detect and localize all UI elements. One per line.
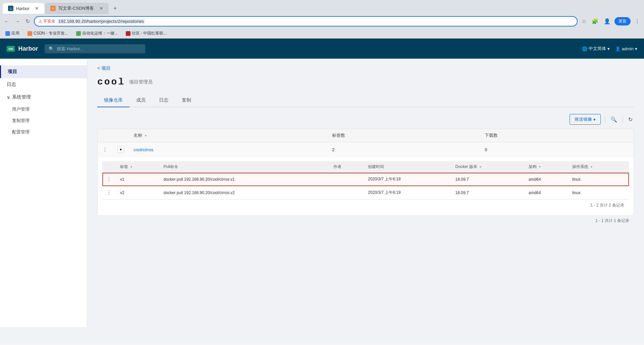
extensions-button[interactable]: 🧩	[590, 17, 600, 26]
bookmark-apps[interactable]: 应用	[3, 30, 22, 37]
huc-bookmark-icon	[126, 31, 130, 36]
bookmark-auto[interactable]: 自动化运维：一键...	[73, 30, 120, 37]
expanded-row: 标签 ▾ Pull命令 作者	[98, 157, 634, 215]
language-selector[interactable]: 🌐 中文简体 ▾	[582, 46, 610, 52]
browser-toolbar-right: ☆ 🧩 👤 更新 ⋮	[580, 17, 641, 26]
address-bar[interactable]: ⚠ 不安全 192.168.90.20/harbor/projects/2/re…	[34, 16, 578, 26]
project-role: 项目管理员	[129, 79, 153, 85]
tab-harbor-close[interactable]: ✕	[35, 6, 39, 11]
tag-v2-os: linux	[568, 186, 629, 199]
csdn-favicon: C	[50, 6, 56, 11]
vm-icon: vm	[7, 46, 15, 52]
row-dots-cell: ⋮	[98, 142, 113, 157]
toolbar-divider	[605, 116, 605, 123]
address-bar-row: ← → ↻ ⚠ 不安全 192.168.90.20/harbor/project…	[0, 14, 644, 28]
tag-v2-created: 2020/3/7 上午6:19	[364, 186, 451, 199]
repo-name[interactable]: cool/cirros	[133, 147, 153, 152]
push-image-button[interactable]: 推送镜像 ▾	[570, 114, 601, 125]
sidebar-system-label: 系统管理	[12, 94, 31, 100]
content-area: < 项目 cool 项目管理员 镜像仓库 成员 日志 复制 推送镜像 ▾ 🔍	[87, 59, 644, 327]
tag-sort-icon[interactable]: ▾	[130, 165, 132, 169]
user-chevron-icon: ▾	[635, 46, 637, 51]
apps-bookmark-icon	[5, 31, 10, 36]
reload-button[interactable]: ↻	[24, 17, 31, 26]
sub-col-arch: 架构 ▾	[525, 161, 568, 173]
nav-right: 🌐 中文简体 ▾ 👤 admin ▾	[582, 46, 637, 52]
search-box[interactable]: 🔍	[45, 44, 145, 53]
tag-v1-pull: docker pull 192.168.90.20/cool/cirros:v1	[159, 173, 329, 186]
user-menu[interactable]: 👤 admin ▾	[615, 46, 637, 51]
downloads-value: 0	[485, 147, 487, 152]
bookmark-auto-label: 自动化运维：一键...	[82, 31, 118, 36]
push-image-label: 推送镜像	[575, 116, 592, 122]
language-chevron-icon: ▾	[607, 46, 610, 51]
warning-icon: ⚠	[39, 19, 42, 24]
sub-col-created: 创建时间	[364, 161, 451, 173]
tag-v1-dots: ⋮	[102, 173, 116, 186]
profile-button[interactable]: 👤	[602, 17, 612, 26]
tab-harbor-label: Harbor	[16, 6, 30, 11]
tab-harbor[interactable]: ⚓ Harbor ✕	[3, 3, 44, 14]
col-actions	[113, 129, 129, 142]
tag-v2-author	[329, 186, 364, 199]
bookmark-csdn[interactable]: CSDN - 专业开发...	[25, 30, 71, 37]
row-context-button[interactable]: ⋮	[102, 147, 108, 153]
new-tab-button[interactable]: +	[109, 3, 121, 14]
sub-pagination: 1 - 2 共计 2 条记录	[102, 199, 629, 211]
row-expand-cell: ▾	[113, 142, 129, 157]
breadcrumb[interactable]: < 项目	[97, 65, 634, 71]
tab-csdn-close[interactable]: ✕	[99, 6, 103, 11]
sidebar-collapse-icon: ∨	[7, 95, 10, 100]
tag-v1-arch: amd64	[525, 173, 568, 186]
expand-row-button[interactable]: ▾	[117, 146, 124, 153]
tag-v1-context-button[interactable]: ⋮	[106, 176, 112, 182]
browser-chrome: ⚓ Harbor ✕ C 写文章-CSDN博客 ✕ + ← → ↻ ⚠ 不安全 …	[0, 0, 644, 39]
tab-csdn[interactable]: C 写文章-CSDN博客 ✕	[45, 3, 109, 14]
sidebar-item-config-mgmt[interactable]: 配置管理	[0, 126, 87, 138]
arch-sort-icon[interactable]: ▾	[539, 165, 541, 169]
os-sort-icon[interactable]: ▾	[591, 165, 592, 169]
tag-v2-context-button[interactable]: ⋮	[106, 189, 112, 196]
tag-row-v1: ⋮ v1 docker pull 192.168.90.20/cool/cirr…	[102, 173, 629, 186]
tab-logs[interactable]: 日志	[152, 94, 175, 107]
tag-v1-created: 2020/3/7 上午6:19	[364, 173, 451, 186]
sub-col-dots	[102, 161, 116, 173]
col-downloads-header: 下载数	[480, 129, 634, 142]
tag-v2-pull: docker pull 192.168.90.20/cool/cirros:v2	[159, 186, 329, 199]
bookmark-star-button[interactable]: ☆	[580, 17, 588, 26]
refresh-button[interactable]: ↻	[627, 115, 634, 124]
menu-button[interactable]: ⋮	[633, 17, 641, 26]
tags-table: 标签 ▾ Pull命令 作者	[102, 161, 629, 199]
update-button[interactable]: 更新	[614, 17, 631, 25]
bookmark-csdn-label: CSDN - 专业开发...	[34, 31, 68, 36]
back-button[interactable]: ←	[3, 17, 11, 26]
sub-col-tag: 标签 ▾	[116, 161, 159, 173]
col-expand	[98, 129, 113, 142]
name-sort-icon[interactable]: ▾	[145, 134, 147, 137]
sub-col-pull: Pull命令	[159, 161, 329, 173]
search-input[interactable]	[57, 46, 141, 51]
tab-members[interactable]: 成员	[129, 94, 152, 107]
tab-replications[interactable]: 复制	[175, 94, 198, 107]
sidebar-item-logs[interactable]: 日志	[0, 78, 87, 91]
tag-v1-tag: v1	[116, 173, 159, 186]
sidebar-group-system[interactable]: ∨ 系统管理	[0, 91, 87, 104]
sidebar-item-projects[interactable]: 项目	[0, 65, 87, 78]
row-downloads-cell: 0	[480, 142, 634, 157]
table-toolbar: 推送镜像 ▾ 🔍 ↻	[97, 114, 634, 125]
insecure-indicator: ⚠ 不安全	[39, 18, 55, 24]
forward-button[interactable]: →	[13, 17, 21, 26]
sidebar-item-replication-mgmt[interactable]: 复制管理	[0, 115, 87, 126]
bookmark-huc[interactable]: 社区 - 中国红客联...	[123, 30, 170, 37]
csdn-bookmark-icon	[28, 31, 32, 36]
docker-version-sort-icon[interactable]: ▾	[480, 165, 481, 169]
harbor-name: Harbor	[18, 45, 38, 52]
bookmark-apps-label: 应用	[11, 31, 19, 36]
sub-col-docker-version: Docker 版本 ▾	[451, 161, 525, 173]
sidebar-item-user-mgmt[interactable]: 用户管理	[0, 104, 87, 115]
language-label: 中文简体	[589, 46, 606, 52]
search-repos-button[interactable]: 🔍	[609, 115, 619, 124]
tag-v2-docker-version: 18.09.7	[451, 186, 525, 199]
push-chevron-icon: ▾	[593, 117, 596, 122]
tab-repositories[interactable]: 镜像仓库	[97, 94, 129, 107]
